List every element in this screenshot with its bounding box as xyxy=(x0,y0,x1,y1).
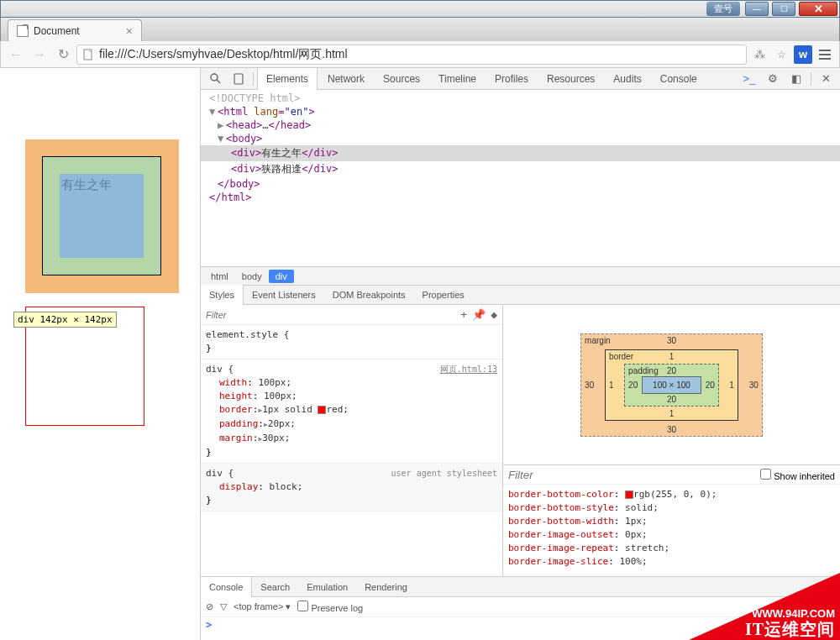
inspect-icon[interactable] xyxy=(204,70,226,88)
svg-point-1 xyxy=(211,74,218,81)
tab-resources[interactable]: Resources xyxy=(538,68,603,90)
preserve-log-checkbox[interactable]: Preserve log xyxy=(297,601,363,613)
styles-sidebar-tabs: Styles Event Listeners DOM Breakpoints P… xyxy=(201,285,840,305)
color-swatch-icon[interactable] xyxy=(318,406,326,414)
div-margin-highlight: 有生之年 xyxy=(25,139,179,293)
dom-div2[interactable]: <div>狭路相逢</div> xyxy=(201,161,840,177)
dom-tree[interactable]: <!DOCTYPE html> ▼<html lang="en"> ▶<head… xyxy=(201,90,840,266)
close-button[interactable]: ✕ xyxy=(799,2,837,16)
computed-pane: margin 30303030 border 1111 padding 2020… xyxy=(503,305,840,576)
dom-head[interactable]: ▶<head>…</head> xyxy=(201,118,840,132)
source-link[interactable]: 网页.html:13 xyxy=(440,363,497,376)
window-titlebar: 壹号 — ☐ ✕ xyxy=(0,0,840,18)
drawer-tab-emulation[interactable]: Emulation xyxy=(298,577,356,597)
toggle-icon[interactable]: ◆ xyxy=(491,308,497,321)
tab-console[interactable]: Console xyxy=(652,68,706,90)
div-padding-highlight: 有生之年 xyxy=(42,156,161,275)
new-style-icon[interactable]: + xyxy=(460,308,467,321)
tab-audits[interactable]: Audits xyxy=(605,68,649,90)
devtools-close-icon[interactable]: ✕ xyxy=(815,70,837,88)
styles-filter-input[interactable] xyxy=(206,310,460,320)
translate-icon[interactable]: ⁂ xyxy=(750,45,769,64)
page-viewport: 有生之年 狭路相逢 div 142px × 142px xyxy=(0,68,200,640)
ua-rule-block[interactable]: user agent stylesheet div { display: blo… xyxy=(201,464,502,511)
dom-html-open[interactable]: ▼<html lang="en"> xyxy=(201,105,840,118)
tab-title: Document xyxy=(34,25,126,37)
dom-div1[interactable]: <div>有生之年</div> xyxy=(201,145,840,161)
pin-icon[interactable]: 📌 xyxy=(472,308,486,321)
watermark-text: WWW.94IP.COM IT运维空间 xyxy=(745,606,835,637)
svg-line-2 xyxy=(217,80,220,83)
dom-body-close: </body> xyxy=(201,177,840,191)
bc-body[interactable]: body xyxy=(235,270,269,283)
drawer-tab-search[interactable]: Search xyxy=(252,577,298,597)
tab-close-icon[interactable]: × xyxy=(126,24,133,38)
minimize-button[interactable]: — xyxy=(745,2,769,16)
forward-button[interactable]: → xyxy=(29,45,50,65)
div1-content[interactable]: 有生之年 xyxy=(60,174,144,258)
window-badge: 壹号 xyxy=(706,2,740,16)
maximize-button[interactable]: ☐ xyxy=(772,2,795,16)
settings-icon[interactable]: ⚙ xyxy=(762,70,784,88)
div-rule-block[interactable]: 网页.html:13 div { width: 100px; height: 1… xyxy=(201,359,502,464)
bc-div[interactable]: div xyxy=(269,270,294,283)
dom-body-open[interactable]: ▼<body> xyxy=(201,132,840,145)
computed-list[interactable]: border-bottom-color: rgb(255, 0, 0); bor… xyxy=(503,485,840,576)
file-icon xyxy=(17,25,29,37)
show-inherited-checkbox[interactable]: Show inherited xyxy=(760,469,835,481)
bookmark-star-icon[interactable]: ☆ xyxy=(772,45,790,64)
tab-network[interactable]: Network xyxy=(319,68,373,90)
url-text: file:///C:/Users/smyhvae/Desktop/html/网页… xyxy=(99,47,348,62)
url-input[interactable]: file:///C:/Users/smyhvae/Desktop/html/网页… xyxy=(76,45,747,65)
device-icon[interactable] xyxy=(228,70,249,88)
tab-event-listeners[interactable]: Event Listeners xyxy=(244,285,324,305)
frame-select[interactable]: <top frame> ▾ xyxy=(234,601,291,612)
tab-styles[interactable]: Styles xyxy=(201,285,244,305)
bc-html[interactable]: html xyxy=(204,270,235,283)
element-tooltip: div 142px × 142px xyxy=(13,312,117,328)
tab-sources[interactable]: Sources xyxy=(375,68,428,90)
svg-rect-3 xyxy=(234,74,243,84)
tab-properties[interactable]: Properties xyxy=(414,285,473,305)
dom-breadcrumb: html body div xyxy=(201,266,840,285)
styles-pane: + 📌 ◆ element.style { } 网页.html:13 div {… xyxy=(201,305,503,576)
file-icon xyxy=(82,49,94,60)
tab-profiles[interactable]: Profiles xyxy=(486,68,537,90)
menu-icon[interactable] xyxy=(816,45,834,64)
clear-console-icon[interactable]: ⊘ xyxy=(206,601,213,612)
console-toggle-icon[interactable]: >_ xyxy=(738,70,760,88)
browser-tab-strip: Document × xyxy=(0,18,840,41)
box-model-diagram[interactable]: margin 30303030 border 1111 padding 2020… xyxy=(503,305,840,464)
filter-funnel-icon[interactable]: ▽ xyxy=(220,601,227,612)
element-style-block[interactable]: element.style { } xyxy=(201,325,502,359)
tab-timeline[interactable]: Timeline xyxy=(430,68,485,90)
back-button[interactable]: ← xyxy=(6,45,26,65)
tab-elements[interactable]: Elements xyxy=(257,68,318,90)
address-bar: ← → ↻ file:///C:/Users/smyhvae/Desktop/h… xyxy=(0,41,840,68)
drawer-tab-rendering[interactable]: Rendering xyxy=(356,577,416,597)
drawer-tab-console[interactable]: Console xyxy=(201,577,252,597)
ua-label: user agent stylesheet xyxy=(391,467,497,480)
dom-html-close: </html> xyxy=(201,191,840,204)
dom-doctype: <!DOCTYPE html> xyxy=(201,92,840,105)
computed-filter-input[interactable] xyxy=(508,469,760,481)
extension-icon[interactable]: w xyxy=(794,45,812,64)
devtools-toolbar: Elements Network Sources Timeline Profil… xyxy=(201,68,840,90)
tab-dom-breakpoints[interactable]: DOM Breakpoints xyxy=(324,285,414,305)
reload-button[interactable]: ↻ xyxy=(53,45,73,65)
browser-tab[interactable]: Document × xyxy=(8,19,142,41)
dock-icon[interactable]: ◧ xyxy=(785,70,807,88)
devtools-panel: Elements Network Sources Timeline Profil… xyxy=(200,68,840,640)
